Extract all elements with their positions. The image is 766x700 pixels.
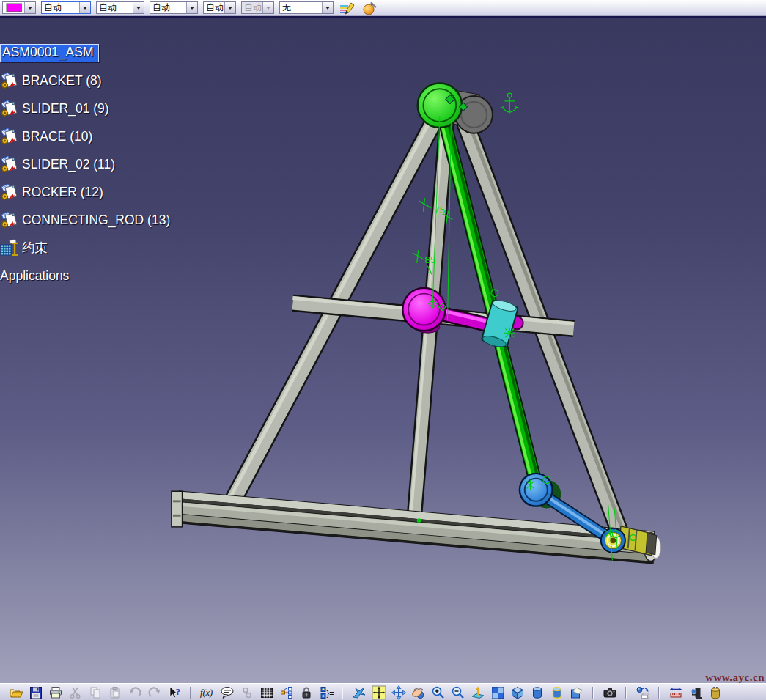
- svg-text:f(x): f(x): [200, 688, 213, 698]
- normal-view-icon[interactable]: [470, 685, 485, 700]
- pan-icon[interactable]: [391, 685, 406, 700]
- zoom-in-icon[interactable]: [430, 685, 446, 700]
- tree-item-bracket[interactable]: BRACKET (8): [0, 67, 170, 95]
- toolbar-separator: [592, 687, 594, 699]
- svg-text:?: ?: [175, 685, 180, 696]
- hide-show-icon[interactable]: [569, 685, 584, 700]
- save-icon[interactable]: [28, 685, 43, 700]
- line-weight-dropdown-arrow[interactable]: [133, 2, 144, 13]
- line-type-dropdown-arrow[interactable]: [79, 2, 90, 13]
- line-type-combo[interactable]: 自动: [41, 1, 91, 14]
- rotate-icon[interactable]: [410, 685, 426, 700]
- offset-dimension-75: 75: [434, 205, 445, 215]
- capture-icon[interactable]: [602, 685, 617, 700]
- layer-filter-dropdown-arrow: [262, 2, 273, 13]
- graphic-painter-icon[interactable]: [339, 1, 356, 15]
- tree-item-asm0001-root[interactable]: ASM0001_ASM: [0, 39, 170, 67]
- fill-color-combo[interactable]: [2, 1, 36, 14]
- tree-item-label: SLIDER_02 (11): [22, 157, 115, 172]
- tree-item-label: ROCKER (12): [22, 185, 103, 200]
- part-document-icon: [0, 155, 19, 174]
- tree-item-applications[interactable]: Applications: [0, 262, 170, 290]
- constraints-folder-icon: [0, 238, 19, 257]
- relations-icon[interactable]: }=: [318, 685, 334, 700]
- design-table-icon[interactable]: [259, 685, 274, 700]
- tree-item-label: BRACE (10): [22, 129, 92, 144]
- redo-icon: [147, 685, 162, 700]
- point-symbol-dropdown-arrow[interactable]: [186, 2, 197, 13]
- tree-item-constraints[interactable]: 约束: [0, 234, 170, 262]
- fill-color-swatch: [3, 2, 24, 13]
- point-symbol-value: 自动: [150, 2, 186, 13]
- specification-tree: ASM0001_ASM BRACKET (8) SLIDER_01 (9) BR…: [0, 39, 170, 290]
- svg-text:}=: }=: [326, 688, 334, 697]
- toolbar-separator: [625, 687, 627, 699]
- apply-material-icon[interactable]: [361, 1, 379, 15]
- part-document-icon: [0, 210, 19, 229]
- line-weight-combo[interactable]: 自动: [96, 1, 144, 14]
- undo-icon: [127, 685, 142, 700]
- isometric-view-icon[interactable]: [509, 685, 525, 700]
- comment-icon[interactable]: [219, 685, 235, 700]
- tree-root-label: ASM0001_ASM: [0, 44, 99, 62]
- copy-icon: [87, 685, 103, 700]
- tree-item-label: 约束: [22, 239, 48, 257]
- cut-icon: [67, 685, 83, 700]
- open-icon[interactable]: [8, 685, 23, 700]
- layer-filter-combo: 自动: [241, 1, 274, 14]
- shading-with-edges-icon[interactable]: [549, 685, 564, 700]
- layer-combo[interactable]: 自动: [203, 1, 236, 14]
- tree-item-slider-02[interactable]: SLIDER_02 (11): [0, 150, 170, 178]
- tree-item-brace[interactable]: BRACE (10): [0, 122, 170, 150]
- fit-all-in-icon[interactable]: [371, 685, 386, 700]
- tree-item-label: SLIDER_01 (9): [22, 101, 109, 117]
- graphic-properties-toolbar: 自动 自动 自动 自动 自动 无: [0, 0, 766, 16]
- part-document-icon: [0, 99, 19, 118]
- part-document-icon: [0, 71, 19, 90]
- measure-item-icon[interactable]: [688, 685, 703, 700]
- link-icon: [239, 685, 254, 700]
- tree-item-slider-01[interactable]: SLIDER_01 (9): [0, 95, 170, 122]
- tree-item-label: BRACKET (8): [22, 73, 102, 89]
- layer-dropdown-arrow[interactable]: [224, 2, 235, 13]
- tree-item-label: Applications: [0, 268, 69, 284]
- tree-item-label: CONNECTING_ROD (13): [22, 213, 170, 228]
- part-document-icon: [0, 183, 19, 202]
- multi-view-icon[interactable]: [490, 685, 505, 700]
- formula-icon[interactable]: f(x): [199, 685, 215, 700]
- print-icon[interactable]: [48, 685, 63, 700]
- point-symbol-combo[interactable]: 自动: [150, 1, 198, 14]
- part-document-icon: [0, 127, 19, 146]
- toolbar-separator: [342, 687, 343, 699]
- render-style-dropdown-arrow[interactable]: [322, 2, 333, 13]
- lock-icon[interactable]: [298, 685, 314, 700]
- zoom-out-icon[interactable]: [450, 685, 465, 700]
- toolbar-separator: [190, 687, 191, 699]
- shading-icon[interactable]: [529, 685, 545, 700]
- fill-color-dropdown-arrow[interactable]: [24, 2, 35, 13]
- render-style-combo[interactable]: 无: [279, 1, 334, 14]
- render-style-value: 无: [280, 2, 322, 13]
- paste-icon: [107, 685, 122, 700]
- what-is-this-icon[interactable]: ?: [166, 685, 182, 700]
- layer-value: 自动: [204, 2, 224, 13]
- watermark: www.ayc.cn: [705, 671, 765, 683]
- standard-toolbar: ? f(x) }=: [0, 683, 766, 700]
- toolbar-separator: [658, 687, 660, 699]
- tree-item-rocker[interactable]: ROCKER (12): [0, 178, 170, 206]
- measure-between-icon[interactable]: [668, 685, 683, 700]
- offset-dimension-85: 85: [424, 254, 435, 265]
- tree-item-connecting-rod[interactable]: CONNECTING_ROD (13): [0, 206, 170, 234]
- layer-filter-value: 自动: [242, 2, 262, 13]
- line-type-value: 自动: [42, 2, 79, 13]
- fix-anchor-symbol: [501, 93, 519, 113]
- fly-mode-icon[interactable]: [351, 685, 367, 700]
- catalog-icon[interactable]: [279, 685, 294, 700]
- record-simulation-icon[interactable]: [635, 685, 650, 700]
- line-weight-value: 自动: [97, 2, 133, 13]
- 3d-viewport[interactable]: 75 85 ASM0001_ASM BRACKET: [0, 18, 766, 683]
- measure-inertia-icon[interactable]: [707, 685, 723, 700]
